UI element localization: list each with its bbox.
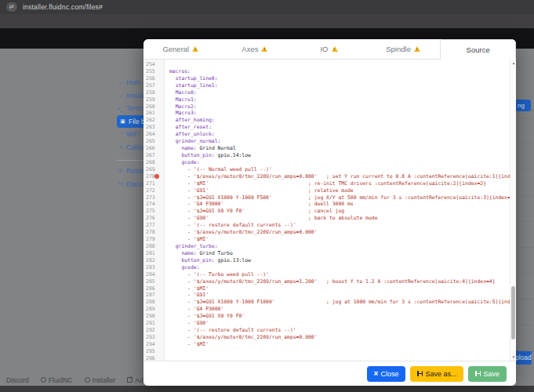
upload-button-fragment[interactable]: pload bbox=[514, 350, 532, 365]
scroll-down-icon[interactable]: ▼ bbox=[510, 355, 516, 359]
code-token: - bbox=[169, 285, 194, 292]
save-as-button[interactable]: Save as... bbox=[410, 366, 463, 382]
code-line: - '(-- Turbo weed pull --)' bbox=[169, 271, 510, 278]
code-token: - bbox=[169, 292, 194, 298]
footer-link-discord[interactable]: Discord bbox=[6, 376, 29, 384]
code-token: 'G90' bbox=[194, 320, 209, 326]
code-token bbox=[169, 264, 181, 270]
footer-link-label: Installer bbox=[93, 376, 116, 384]
scroll-up-icon[interactable]: ▲ bbox=[510, 61, 516, 65]
tab-general[interactable]: General bbox=[143, 39, 218, 59]
code-token: after_reset: bbox=[176, 124, 212, 130]
code-token: - bbox=[169, 166, 194, 172]
line-number: 287 bbox=[143, 292, 164, 299]
line-number: 271 bbox=[143, 180, 164, 187]
terminal-icon: >_ bbox=[117, 106, 124, 111]
code-line: button_pin: gpio.13:low bbox=[169, 257, 510, 264]
code-token: '(-- restore default currents --)' bbox=[194, 222, 296, 228]
yaml-source-editor[interactable]: 2542552562572582592602612622632642652662… bbox=[143, 60, 516, 361]
code-token: '$/axes/y/motor0/tmc_2209/run_amps=1.200… bbox=[194, 278, 496, 285]
code-line bbox=[169, 61, 510, 68]
error-marker-icon bbox=[154, 174, 159, 179]
code-token: '$/axes/y/motor0/tmc_2209/run_amps=0.000… bbox=[194, 229, 318, 235]
line-number: 288 bbox=[143, 299, 164, 306]
code-token: grinder_normal: bbox=[176, 138, 221, 144]
line-number: 293 bbox=[143, 334, 164, 341]
close-button[interactable]: × Close bbox=[367, 366, 406, 382]
code-token bbox=[169, 152, 181, 158]
code-line: startup_line0: bbox=[169, 75, 510, 82]
code-token bbox=[169, 138, 176, 144]
code-line: startup_line1: bbox=[169, 82, 510, 89]
code-line bbox=[169, 348, 510, 355]
line-number: 267 bbox=[143, 152, 164, 159]
line-number-gutter: 2542552562572582592602612622632642652662… bbox=[143, 60, 165, 361]
code-line: grinder_normal: bbox=[169, 138, 510, 145]
code-token: name: bbox=[181, 145, 196, 151]
code-token: - bbox=[169, 278, 194, 285]
github-icon bbox=[41, 377, 46, 383]
sidebar-item-file-b[interactable]: ▣File b bbox=[117, 115, 147, 129]
tab-source[interactable]: Source bbox=[440, 39, 516, 60]
footer-link-label: FluidNC bbox=[49, 376, 73, 384]
code-token: - bbox=[169, 306, 194, 312]
tab-label: Source bbox=[467, 45, 490, 54]
code-line: - '$/axes/y/motor0/tmc_2209/run_amps=0.0… bbox=[169, 229, 510, 236]
page-top-button-fragment[interactable]: ng bbox=[515, 100, 531, 111]
code-token: startup_line1: bbox=[176, 82, 218, 89]
logout-icon: ↪ bbox=[117, 181, 124, 187]
code-line: gcode: bbox=[169, 159, 510, 166]
browser-toolbar-strip bbox=[0, 14, 534, 28]
code-token: '$J=G91 X1000 Y-1000 F500' ; jog X/Y at … bbox=[194, 194, 510, 201]
line-number: 282 bbox=[143, 257, 164, 264]
code-line: Macro3: bbox=[169, 110, 510, 117]
code-token bbox=[169, 145, 181, 151]
scrollbar-thumb[interactable] bbox=[511, 286, 515, 339]
code-token: '$MI' bbox=[194, 341, 209, 347]
footer-link-label: Discord bbox=[6, 376, 29, 384]
code-token: 'G4 P3000' bbox=[194, 306, 223, 312]
tab-spindle[interactable]: Spindle bbox=[366, 39, 441, 59]
file-table-row-border bbox=[518, 273, 534, 274]
line-number: 265 bbox=[143, 138, 164, 145]
code-token: '$J=G91 X0 Y0 F0' ; cancel jog bbox=[194, 208, 344, 214]
warning-icon bbox=[414, 46, 420, 52]
home-icon: ⌂ bbox=[117, 80, 124, 85]
code-token: '$J=G91 X0 Y0 F0' bbox=[194, 313, 245, 319]
code-line: - 'G4 P3000' bbox=[169, 306, 510, 313]
close-icon: × bbox=[374, 370, 379, 378]
tab-axes[interactable]: Axes bbox=[218, 39, 292, 59]
code-token: '(-- Turbo weed pull --)' bbox=[194, 271, 269, 278]
code-line: - '(-- restore default currents --)' bbox=[169, 222, 510, 229]
code-token bbox=[169, 257, 181, 263]
save-button-label: Save bbox=[483, 370, 499, 378]
code-token bbox=[169, 75, 176, 82]
code-token bbox=[169, 124, 176, 130]
footer-link-installer[interactable]: Installer bbox=[85, 376, 116, 384]
code-token: gcode: bbox=[181, 159, 199, 165]
line-number: 257 bbox=[143, 82, 164, 89]
code-line bbox=[169, 355, 510, 361]
tab-switcher-icon[interactable]: ⇄ bbox=[6, 2, 17, 12]
code-token: - bbox=[169, 215, 194, 221]
line-number: 295 bbox=[143, 348, 164, 355]
editor-scrollbar[interactable]: ▲ ▼ bbox=[510, 60, 516, 361]
save-button[interactable]: Save bbox=[468, 366, 507, 382]
line-number: 294 bbox=[143, 341, 164, 348]
code-area[interactable]: macros: startup_line0: startup_line1: Ma… bbox=[165, 60, 510, 361]
code-token: after_homing: bbox=[176, 117, 215, 123]
file-table-row-border bbox=[518, 247, 534, 248]
line-number: 255 bbox=[143, 68, 164, 75]
warning-icon bbox=[192, 46, 198, 52]
code-line: - '$MI' bbox=[169, 236, 510, 243]
code-token: grinder_turbo: bbox=[176, 243, 218, 249]
code-line: - '$/axes/y/motor0/tmc_2209/run_amps=0.8… bbox=[169, 173, 510, 180]
url-text[interactable]: installer.fluidnc.com/files# bbox=[23, 3, 103, 11]
file-table-row-border bbox=[518, 299, 534, 299]
footer-link-fluidnc[interactable]: FluidNC bbox=[41, 376, 73, 384]
tab-io[interactable]: IO bbox=[292, 39, 366, 59]
file-table-row-border bbox=[518, 169, 534, 170]
code-line: - '$J=G91 X0 Y0 F0' ; cancel jog bbox=[169, 208, 510, 215]
code-token: '(-- Normal weed pull --)' bbox=[194, 166, 272, 172]
code-token bbox=[169, 103, 176, 110]
